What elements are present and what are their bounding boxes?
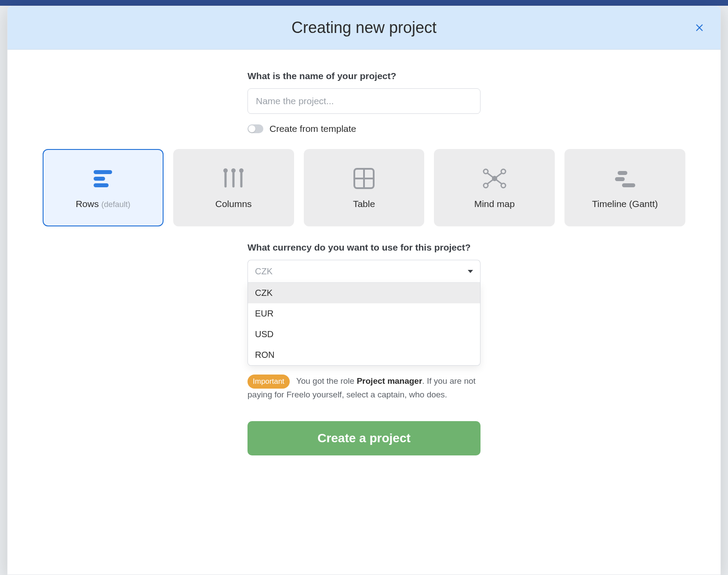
svg-point-15: [484, 169, 488, 174]
view-option-table[interactable]: Table: [304, 149, 425, 226]
important-badge: Important: [248, 375, 290, 389]
svg-rect-2: [94, 170, 112, 174]
view-label-suffix: (default): [102, 200, 131, 209]
view-type-selector: Rows (default) Columns: [43, 149, 685, 226]
note-role: Project manager: [357, 376, 422, 386]
rows-icon: [89, 166, 116, 191]
view-label: Mind map: [474, 199, 515, 209]
role-note: Important You got the role Project manag…: [248, 375, 480, 401]
svg-point-8: [223, 168, 228, 173]
svg-rect-3: [94, 177, 105, 181]
modal-header: Creating new project: [7, 6, 721, 50]
svg-rect-25: [622, 183, 635, 187]
svg-line-20: [496, 173, 502, 177]
gantt-icon: [612, 166, 639, 191]
svg-line-21: [488, 180, 493, 184]
svg-point-16: [501, 169, 506, 174]
svg-line-19: [488, 173, 493, 177]
currency-select[interactable]: CZK: [248, 260, 480, 283]
modal-body: What is the name of your project? Create…: [7, 50, 721, 575]
svg-line-22: [496, 180, 502, 184]
currency-option[interactable]: EUR: [248, 303, 480, 324]
view-label: Columns: [215, 199, 252, 209]
view-option-columns[interactable]: Columns: [173, 149, 294, 226]
currency-option[interactable]: USD: [248, 324, 480, 345]
svg-point-10: [239, 168, 244, 173]
svg-point-17: [484, 183, 488, 188]
currency-option[interactable]: RON: [248, 345, 480, 365]
template-toggle-label: Create from template: [269, 124, 356, 134]
view-option-timeline[interactable]: Timeline (Gantt): [564, 149, 685, 226]
svg-rect-23: [618, 171, 627, 175]
view-option-rows[interactable]: Rows (default): [43, 149, 164, 226]
modal-title: Creating new project: [18, 18, 710, 37]
currency-dropdown: CZK EUR USD RON: [248, 283, 480, 366]
mindmap-icon: [481, 166, 508, 191]
create-project-button[interactable]: Create a project: [248, 421, 480, 455]
svg-point-18: [501, 183, 506, 188]
currency-label: What currency do you want to use for thi…: [248, 242, 480, 253]
view-label: Rows: [76, 199, 99, 209]
view-option-mindmap[interactable]: Mind map: [434, 149, 555, 226]
table-icon: [352, 166, 376, 191]
chevron-down-icon: [468, 270, 473, 273]
svg-point-9: [231, 168, 236, 173]
svg-rect-4: [94, 183, 109, 187]
close-icon: [695, 23, 704, 33]
view-label: Timeline (Gantt): [592, 199, 658, 209]
columns-icon: [220, 166, 247, 191]
create-project-modal: Creating new project What is the name of…: [7, 6, 721, 575]
currency-selected-value: CZK: [255, 266, 273, 277]
currency-option[interactable]: CZK: [248, 283, 480, 303]
view-label: Table: [353, 199, 375, 209]
template-toggle[interactable]: [248, 124, 263, 133]
project-name-label: What is the name of your project?: [248, 71, 480, 81]
project-name-input[interactable]: [248, 88, 480, 114]
note-text-before: You got the role: [296, 376, 357, 386]
svg-rect-24: [615, 177, 625, 181]
close-button[interactable]: [693, 22, 706, 34]
